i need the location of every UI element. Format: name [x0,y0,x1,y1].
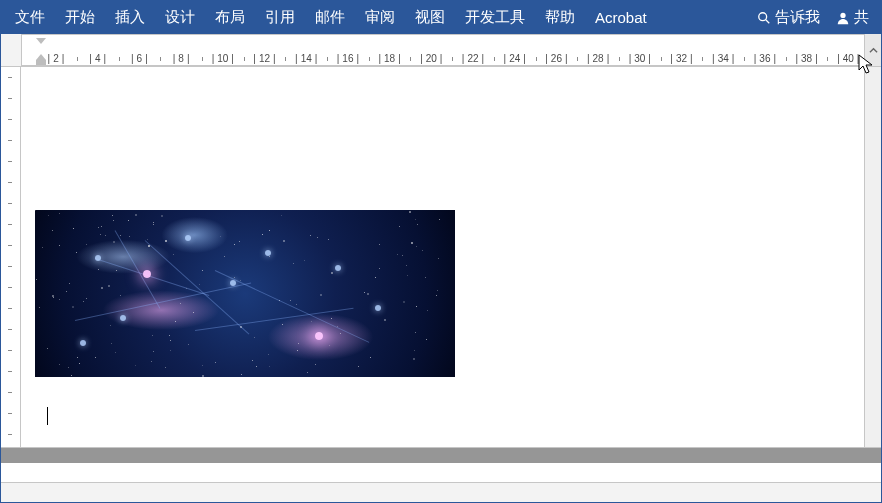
ruler-mark-16: |16| [337,53,359,64]
page-gap [1,447,881,463]
share-button[interactable]: 共 [828,1,877,34]
ruler-mark-26: |26| [545,53,567,64]
ruler-mark-2: |2| [48,53,65,64]
tell-me-label: 告诉我 [775,8,820,27]
tab-mail[interactable]: 邮件 [305,1,355,34]
text-cursor [47,407,48,425]
ruler-mark-24: |24| [504,53,526,64]
tab-design[interactable]: 设计 [155,1,205,34]
inserted-image[interactable] [35,210,455,377]
scroll-up-button[interactable] [864,34,881,66]
ruler-mark-4: |4| [89,53,106,64]
person-icon [836,11,850,25]
ruler-mark-30: |30| [629,53,651,64]
ruler-mark-6: |6| [131,53,148,64]
tab-review[interactable]: 审阅 [355,1,405,34]
tab-layout[interactable]: 布局 [205,1,255,34]
tab-home[interactable]: 开始 [55,1,105,34]
tab-file[interactable]: 文件 [5,1,55,34]
vertical-scrollbar[interactable] [864,67,881,447]
tab-acrobat[interactable]: Acrobat [585,1,657,34]
ribbon-tabs: 文件 开始 插入 设计 布局 引用 邮件 审阅 视图 开发工具 帮助 Acrob… [1,1,881,34]
ruler-mark-14: |14| [295,53,317,64]
svg-line-1 [766,19,770,23]
ruler-mark-38: |38| [795,53,817,64]
tab-help[interactable]: 帮助 [535,1,585,34]
chevron-up-icon [869,46,878,55]
ruler-mark-8: |8| [173,53,190,64]
svg-point-2 [840,12,845,17]
tab-view[interactable]: 视图 [405,1,455,34]
ruler-mark-18: |18| [378,53,400,64]
ruler-mark-34: |34| [712,53,734,64]
share-label: 共 [854,8,869,27]
ruler-area: |2||4||6||8||10||12||14||16||18||20||22|… [1,34,881,67]
workspace [1,67,881,447]
ruler-mark-20: |20| [420,53,442,64]
tab-dev[interactable]: 开发工具 [455,1,535,34]
tab-references[interactable]: 引用 [255,1,305,34]
ruler-mark-36: |36| [754,53,776,64]
tab-insert[interactable]: 插入 [105,1,155,34]
ruler-mark-28: |28| [587,53,609,64]
ruler-mark-32: |32| [670,53,692,64]
ruler-mark-22: |22| [462,53,484,64]
search-icon [757,11,771,25]
ruler-mark-10: |10| [212,53,234,64]
ruler-mark-40: |40| [837,53,859,64]
vertical-ruler[interactable] [1,67,21,447]
document-page[interactable] [21,67,864,447]
ruler-corner [1,34,21,66]
next-page-top [21,463,864,483]
status-bar [1,482,881,502]
ruler-mark-12: |12| [253,53,275,64]
horizontal-ruler[interactable]: |2||4||6||8||10||12||14||16||18||20||22|… [21,34,864,66]
svg-point-0 [759,12,767,20]
tell-me-search[interactable]: 告诉我 [749,1,828,34]
